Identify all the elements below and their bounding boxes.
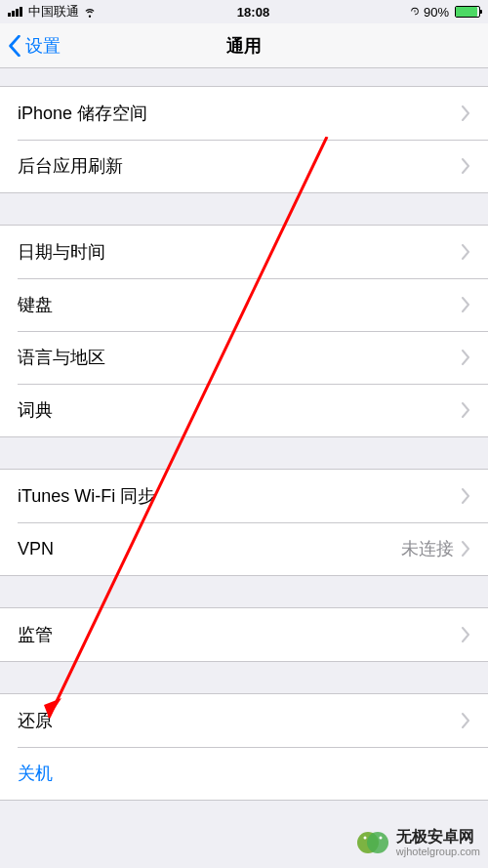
status-time: 18:08 [237,5,269,20]
row-label: iTunes Wi-Fi 同步 [18,484,462,508]
chevron-right-icon [462,541,470,557]
svg-point-4 [363,837,366,840]
row-label: 关机 [18,762,470,785]
settings-group: 监管 [0,607,488,662]
back-label: 设置 [25,34,61,58]
chevron-right-icon [462,402,470,418]
chevron-left-icon [8,35,21,57]
navigation-bar: 设置 通用 [0,23,488,68]
row-label: 键盘 [18,293,462,316]
settings-group: iTunes Wi-Fi 同步VPN未连接 [0,469,488,576]
battery-pct-label: 90% [424,5,449,20]
row-label: 日期与时间 [18,240,462,264]
row-label: 后台应用刷新 [18,154,462,178]
settings-row[interactable]: 后台应用刷新 [0,140,488,192]
watermark-logo-icon [355,825,390,860]
orientation-lock-icon [410,7,420,17]
carrier-label: 中国联通 [28,3,79,21]
watermark-url: wjhotelgroup.com [396,846,480,857]
svg-point-3 [367,832,388,853]
chevron-right-icon [462,488,470,504]
row-label: 还原 [18,709,462,732]
back-button[interactable]: 设置 [8,34,61,58]
row-label: VPN [18,539,401,559]
chevron-right-icon [462,297,470,312]
row-label: iPhone 储存空间 [18,102,462,125]
chevron-right-icon [462,627,470,642]
page-title: 通用 [0,34,488,58]
watermark-site: 无极安卓网 [396,828,480,846]
settings-row[interactable]: iPhone 储存空间 [0,87,488,140]
settings-row[interactable]: 监管 [0,608,488,661]
chevron-right-icon [462,158,470,174]
settings-group: iPhone 储存空间后台应用刷新 [0,86,488,193]
chevron-right-icon [462,713,470,728]
row-label: 词典 [18,398,462,422]
signal-icon [8,7,22,17]
settings-group: 还原关机 [0,693,488,801]
row-label: 语言与地区 [18,346,462,369]
settings-row[interactable]: 键盘 [0,278,488,331]
svg-point-5 [379,837,382,840]
status-bar: 中国联通 18:08 90% [0,0,488,23]
status-right: 90% [410,5,480,20]
row-detail: 未连接 [401,537,454,560]
battery-icon [455,6,480,18]
row-label: 监管 [18,623,462,646]
settings-row[interactable]: 词典 [0,384,488,436]
settings-row[interactable]: 关机 [0,747,488,800]
wifi-icon [83,5,97,19]
chevron-right-icon [462,244,470,260]
settings-row[interactable]: 还原 [0,694,488,747]
settings-row[interactable]: 日期与时间 [0,226,488,278]
watermark: 无极安卓网 wjhotelgroup.com [355,825,480,860]
chevron-right-icon [462,350,470,365]
settings-row[interactable]: VPN未连接 [0,522,488,575]
settings-row[interactable]: 语言与地区 [0,331,488,384]
status-left: 中国联通 [8,3,97,21]
chevron-right-icon [462,105,470,121]
settings-row[interactable]: iTunes Wi-Fi 同步 [0,470,488,522]
settings-group: 日期与时间键盘语言与地区词典 [0,225,488,437]
